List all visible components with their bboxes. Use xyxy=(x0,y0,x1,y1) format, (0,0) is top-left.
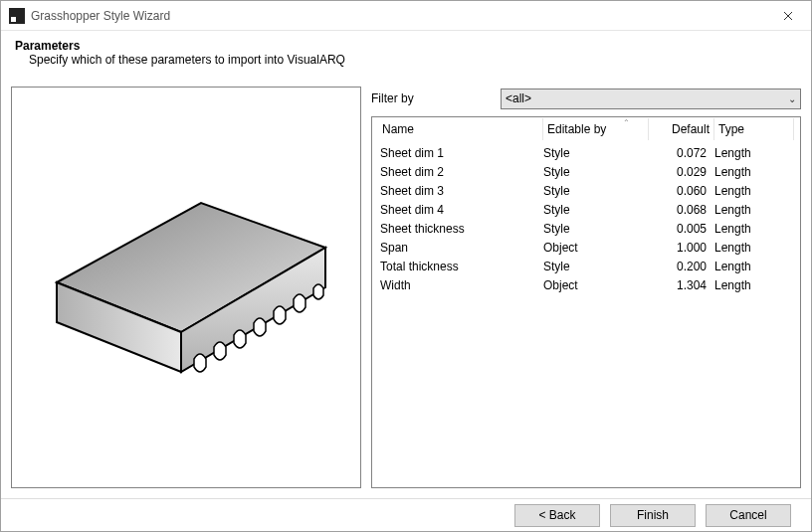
cell-default: 0.072 xyxy=(649,146,714,160)
column-header-editable[interactable]: Editable by xyxy=(543,118,649,140)
table-row[interactable]: Sheet dim 4Style0.068Length xyxy=(378,200,794,219)
grid-body: Sheet dim 1Style0.072LengthSheet dim 2St… xyxy=(372,141,800,487)
filter-selected-value: <all> xyxy=(506,91,531,105)
cell-name: Sheet thickness xyxy=(378,222,543,236)
filter-label: Filter by xyxy=(371,91,501,105)
cell-editable: Object xyxy=(543,278,649,292)
slab-preview-icon xyxy=(27,128,345,446)
table-row[interactable]: Total thicknessStyle0.200Length xyxy=(378,257,794,275)
table-row[interactable]: Sheet thicknessStyle0.005Length xyxy=(378,219,794,238)
sort-indicator-icon: ⌃ xyxy=(623,118,630,127)
page-title: Parameters xyxy=(15,39,797,53)
cell-type: Length xyxy=(714,241,794,255)
grid-header: Name Editable by Default Type ⌃ xyxy=(372,117,800,141)
app-icon xyxy=(9,8,25,24)
filter-row: Filter by <all> ⌄ xyxy=(371,87,801,110)
cell-editable: Style xyxy=(543,222,649,236)
column-header-default[interactable]: Default xyxy=(649,118,714,140)
cell-editable: Style xyxy=(543,146,649,160)
table-row[interactable]: Sheet dim 2Style0.029Length xyxy=(378,162,794,181)
cancel-button[interactable]: Cancel xyxy=(706,504,791,527)
chevron-down-icon: ⌄ xyxy=(788,93,796,104)
cell-name: Width xyxy=(378,278,543,292)
back-button[interactable]: < Back xyxy=(514,504,600,527)
filter-select[interactable]: <all> ⌄ xyxy=(501,89,801,109)
cell-editable: Style xyxy=(543,260,649,273)
cell-type: Length xyxy=(714,184,794,198)
cell-name: Sheet dim 4 xyxy=(378,203,543,217)
table-row[interactable]: Sheet dim 3Style0.060Length xyxy=(378,181,794,200)
titlebar: Grasshopper Style Wizard xyxy=(1,1,811,31)
wizard-body: Filter by <all> ⌄ Name Editable by Defau… xyxy=(1,77,811,498)
wizard-footer: < Back Finish Cancel xyxy=(1,498,811,531)
cell-type: Length xyxy=(714,203,794,217)
cell-default: 0.005 xyxy=(649,222,714,236)
wizard-header: Parameters Specify which of these parame… xyxy=(1,31,811,77)
cell-editable: Object xyxy=(543,241,649,255)
column-header-name[interactable]: Name xyxy=(378,118,543,140)
cell-default: 0.200 xyxy=(649,260,714,273)
cell-editable: Style xyxy=(543,184,649,198)
close-icon xyxy=(783,11,793,21)
cell-name: Span xyxy=(378,241,543,255)
cell-default: 0.068 xyxy=(649,203,714,217)
finish-button[interactable]: Finish xyxy=(610,504,696,527)
cell-default: 0.060 xyxy=(649,184,714,198)
cell-type: Length xyxy=(714,278,794,292)
cell-name: Total thickness xyxy=(378,260,543,273)
table-row[interactable]: WidthObject1.304Length xyxy=(378,275,794,294)
cell-type: Length xyxy=(714,146,794,160)
cell-default: 1.304 xyxy=(649,278,714,292)
cell-editable: Style xyxy=(543,165,649,179)
page-description: Specify which of these parameters to imp… xyxy=(15,53,797,67)
cell-name: Sheet dim 3 xyxy=(378,184,543,198)
cell-default: 1.000 xyxy=(649,241,714,255)
parameters-grid[interactable]: Name Editable by Default Type ⌃ Sheet di… xyxy=(371,116,801,488)
cell-type: Length xyxy=(714,222,794,236)
column-header-type[interactable]: Type xyxy=(714,118,794,140)
cell-name: Sheet dim 1 xyxy=(378,146,543,160)
cell-default: 0.029 xyxy=(649,165,714,179)
parameters-panel: Filter by <all> ⌄ Name Editable by Defau… xyxy=(371,87,801,488)
cell-editable: Style xyxy=(543,203,649,217)
preview-panel xyxy=(11,87,361,488)
window-title: Grasshopper Style Wizard xyxy=(31,9,765,23)
table-row[interactable]: SpanObject1.000Length xyxy=(378,238,794,257)
cell-name: Sheet dim 2 xyxy=(378,165,543,179)
close-button[interactable] xyxy=(765,1,811,31)
table-row[interactable]: Sheet dim 1Style0.072Length xyxy=(378,143,794,162)
cell-type: Length xyxy=(714,260,794,273)
cell-type: Length xyxy=(714,165,794,179)
